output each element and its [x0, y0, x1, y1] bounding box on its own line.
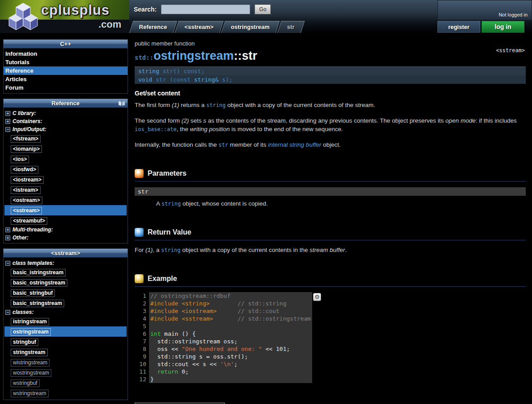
tree-group-label-classes[interactable]: classes:: [12, 309, 33, 315]
collapse-minus-icon[interactable]: −: [5, 310, 10, 315]
text-segment: writing position: [190, 126, 230, 132]
text-segment: , the: [177, 126, 190, 132]
search-input[interactable]: [161, 4, 250, 14]
inline-code-link[interactable]: string: [161, 247, 180, 253]
inline-code-link[interactable]: string: [161, 201, 181, 207]
tree-group-label-c-library[interactable]: C library:: [12, 110, 36, 116]
text-segment: s);: [219, 76, 232, 83]
code-line: 1// ostringstream::rdbuf: [139, 292, 312, 300]
text-segment: ;: [234, 361, 238, 367]
collapse-minus-icon[interactable]: −: [5, 261, 10, 266]
sidebar-item-forum[interactable]: Forum: [4, 83, 128, 92]
header-file-link[interactable]: <sstream>: [496, 47, 525, 54]
sidebar-item-tutorials[interactable]: Tutorials: [4, 58, 128, 66]
text-segment: std::cout << s <<: [150, 361, 220, 367]
text-segment: str (const: [152, 76, 194, 83]
text-segment: open mode: [445, 117, 476, 124]
parameters-icon: [135, 169, 144, 178]
code-text: std::cout << s << '\n';: [149, 360, 312, 368]
breadcrumb-tab-reference[interactable]: Reference: [129, 21, 177, 33]
tree-item-basic-stringstream[interactable]: basic_stringstream: [11, 300, 64, 307]
return-value-icon: [135, 228, 144, 237]
breadcrumb-tab-ostringstream[interactable]: ostringstream: [221, 21, 280, 33]
tree-item-basic-stringbuf[interactable]: basic_stringbuf: [11, 289, 55, 297]
tree-item-sstream[interactable]: <sstream>: [11, 207, 42, 214]
sidebar-header-cpp[interactable]: C++: [4, 40, 128, 49]
sidebar-header-sstream[interactable]: <sstream>: [4, 249, 128, 258]
tree-item-basic-ostringstream[interactable]: basic_ostringstream: [11, 279, 67, 287]
code-line: 10 std::cout << s << '\n';: [139, 360, 312, 368]
tree-item-iostream[interactable]: <iostream>: [11, 176, 44, 184]
tree-item-wstringbuf[interactable]: wstringbuf: [11, 379, 40, 387]
sidebar-header-reference[interactable]: Reference: [4, 99, 128, 108]
sidebar-item-articles[interactable]: Articles: [4, 75, 128, 83]
collapse-minus-icon[interactable]: −: [5, 127, 10, 132]
text-segment: For: [135, 247, 145, 253]
line-number: 6: [139, 330, 149, 338]
code-line: 3#include <iostream> // std::cout: [139, 307, 312, 315]
code-text: #include <iostream> // std::cout: [149, 307, 312, 315]
tree-item-fstream[interactable]: <fstream>: [11, 135, 41, 143]
text-segment: std::ostringstream oss;: [150, 338, 238, 345]
tree-item-wistringstream[interactable]: wistringstream: [11, 359, 49, 367]
tree-item-streambuf[interactable]: <streambuf>: [11, 217, 47, 225]
breadcrumb-tab-sstream[interactable]: <sstream>: [174, 21, 223, 33]
main-content: public member function <sstream> std::os…: [128, 39, 532, 404]
expand-plus-icon[interactable]: +: [5, 119, 10, 124]
tree-item-wostringstream[interactable]: wostringstream: [11, 369, 51, 377]
tree-item-stringbuf[interactable]: stringbuf: [11, 338, 38, 346]
login-button[interactable]: log in: [482, 21, 524, 33]
site-logo[interactable]: cplusplus .com: [0, 0, 129, 33]
tree-item-istream[interactable]: <istream>: [11, 186, 41, 194]
text-segment: }: [150, 376, 154, 383]
tree-item-row: basic_ostringstream: [4, 277, 127, 288]
sidebar-item-reference[interactable]: Reference: [4, 66, 128, 75]
expand-plus-icon[interactable]: +: [5, 235, 10, 240]
text-segment: void: [138, 76, 152, 83]
tree-item-basic-istringstream[interactable]: basic_istringstream: [11, 269, 66, 276]
breadcrumb-tab-label: <sstream>: [185, 21, 214, 33]
expand-plus-icon[interactable]: +: [5, 111, 10, 116]
tree-item-row: <fstream>: [4, 133, 127, 144]
tree-item-stringstream[interactable]: stringstream: [11, 349, 48, 356]
inline-code-link[interactable]: ios_base::ate: [135, 126, 177, 132]
tree-item-ostream[interactable]: <ostream>: [11, 197, 42, 204]
tree-item-iomanip[interactable]: <iomanip>: [11, 145, 42, 153]
tree-item-row: <istream>: [4, 185, 127, 195]
tree-item-row: <sstream>: [4, 205, 127, 215]
text-segment: main () {: [161, 330, 195, 337]
sstream-tree: −class templates:basic_istringstreambasi…: [4, 258, 128, 400]
tree-group-label-other[interactable]: Other:: [12, 235, 29, 241]
inline-code-link[interactable]: string: [206, 102, 226, 108]
tree-group-label-containers[interactable]: Containers:: [12, 118, 42, 124]
tree-group-label-class-templates[interactable]: class templates:: [12, 260, 54, 266]
register-button[interactable]: register: [437, 21, 480, 33]
book-icon: [118, 101, 125, 106]
declaration-box: string str() const;void str (const strin…: [135, 66, 526, 84]
text-segment: '\n': [220, 361, 234, 367]
inline-link[interactable]: internal string buffer: [268, 141, 321, 148]
code-settings-gear-button[interactable]: ⚙: [313, 293, 321, 301]
tree-item-iosfwd[interactable]: <iosfwd>: [11, 166, 38, 173]
tree-item-istringstream[interactable]: istringstream: [11, 318, 49, 326]
tree-item-wstringstream[interactable]: wstringstream: [11, 390, 49, 397]
declaration-line: void str (const string& s);: [135, 75, 526, 84]
tree-item-row: <ios>: [4, 154, 127, 164]
search-go-button[interactable]: Go: [255, 4, 271, 14]
text-segment: str() const;: [159, 68, 205, 74]
breadcrumb-tab-str[interactable]: str: [277, 21, 304, 33]
code-line: 5: [139, 322, 312, 330]
line-number: 10: [139, 360, 149, 368]
tree-group-label-multi-threading[interactable]: Multi-threading:: [12, 227, 53, 233]
tree-group-label-input-output[interactable]: Input/Output:: [12, 126, 46, 132]
expand-plus-icon[interactable]: +: [5, 227, 10, 232]
parameter-description: A string object, whose content is copied…: [156, 199, 526, 208]
tree-item-ios[interactable]: <ios>: [11, 156, 29, 163]
page-kicker: public member function: [135, 40, 526, 47]
inline-code-link[interactable]: str: [219, 142, 228, 148]
line-number: 3: [139, 307, 149, 315]
sidebar-item-information[interactable]: Information: [4, 49, 128, 58]
tree-item-ostringstream[interactable]: ostringstream: [11, 328, 51, 336]
tree-group: +Other:: [4, 234, 127, 242]
example-title: Example: [148, 275, 177, 283]
